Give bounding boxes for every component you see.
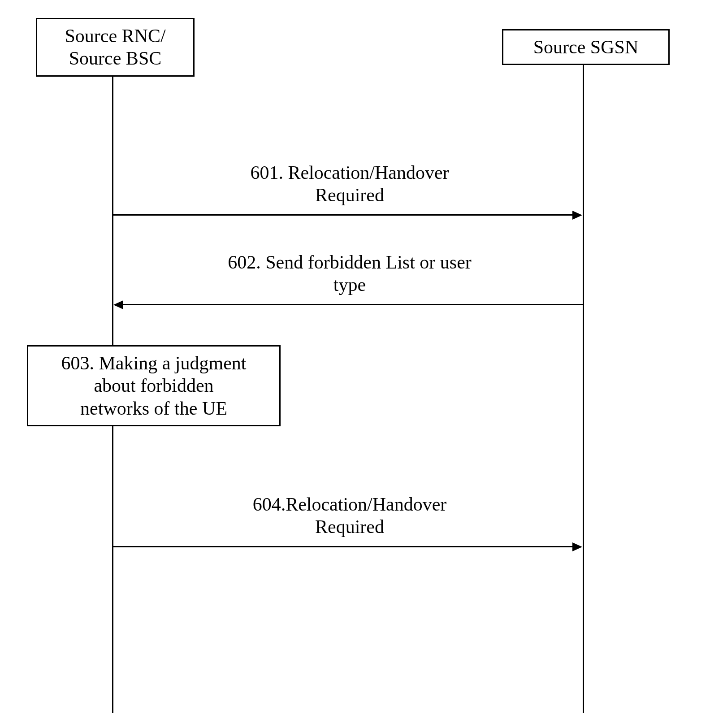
sequence-diagram: Source RNC/ Source BSC Source SGSN 601. …	[18, 18, 690, 713]
message-601-label: 601. Relocation/Handover Required	[157, 161, 542, 207]
message-601-arrowhead	[572, 211, 582, 220]
message-602-line2: type	[126, 273, 574, 296]
message-604-line1: 604.Relocation/Handover	[166, 493, 533, 516]
message-601-arrow	[113, 214, 573, 216]
message-601-line1: 601. Relocation/Handover	[157, 161, 542, 184]
participant-source-sgsn: Source SGSN	[502, 29, 670, 65]
message-602-line1: 602. Send forbidden List or user	[126, 251, 574, 273]
action-603-box: 603. Making a judgment about forbidden n…	[27, 345, 281, 426]
participant-label-line1: Source RNC/	[48, 25, 182, 47]
message-601-line2: Required	[157, 184, 542, 206]
participant-source-rnc-bsc: Source RNC/ Source BSC	[36, 18, 195, 77]
action-603-line3: networks of the UE	[37, 397, 270, 420]
participant-label-line2: Source BSC	[48, 47, 182, 69]
message-604-arrowhead	[572, 542, 582, 551]
action-603-line2: about forbidden	[37, 374, 270, 397]
message-602-label: 602. Send forbidden List or user type	[126, 251, 574, 296]
message-604-arrow	[113, 546, 573, 547]
message-602-arrowhead	[113, 300, 123, 309]
message-604-line2: Required	[166, 516, 533, 538]
action-603-line1: 603. Making a judgment	[37, 352, 270, 374]
message-604-label: 604.Relocation/Handover Required	[166, 493, 533, 538]
message-602-arrow	[123, 304, 583, 305]
lifeline-source-sgsn	[583, 64, 584, 713]
participant-label: Source SGSN	[533, 37, 639, 57]
